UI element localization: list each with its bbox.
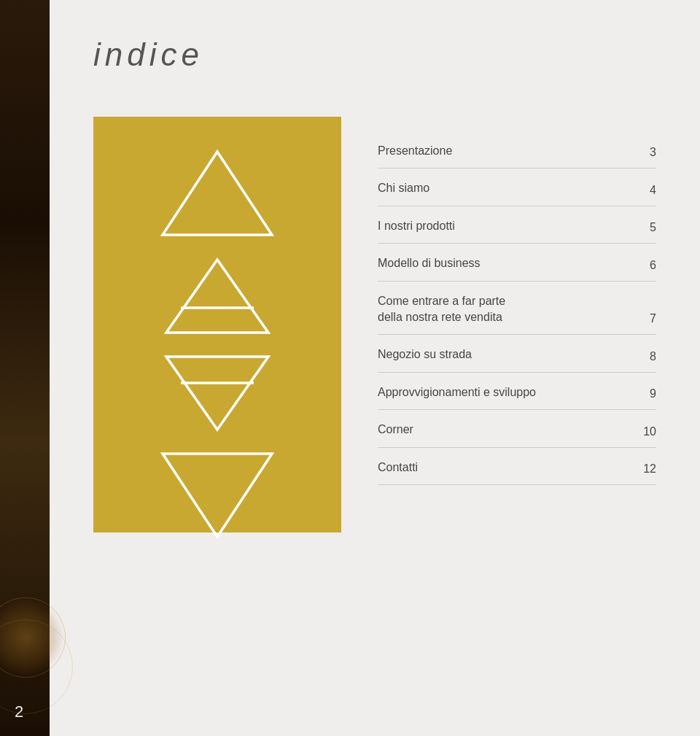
toc-label: Presentazione bbox=[378, 143, 627, 159]
toc-item: Modello di business 6 bbox=[378, 244, 656, 281]
toc-item: I nostri prodotti 5 bbox=[378, 206, 656, 244]
main-content: indice bbox=[50, 0, 700, 736]
sidebar bbox=[0, 0, 50, 736]
toc-label: Corner bbox=[378, 422, 627, 438]
toc-number: 5 bbox=[634, 221, 656, 234]
toc-number: 4 bbox=[634, 184, 656, 197]
toc-label: Come entrare a far partedella nostra ret… bbox=[378, 293, 627, 326]
triangle-1-icon bbox=[159, 146, 276, 241]
triangle-2-icon bbox=[163, 254, 272, 338]
toc-label: Approvvigionamenti e sviluppo bbox=[378, 384, 627, 400]
page-number: 2 bbox=[15, 702, 23, 721]
toc-item: Negozio su strada 8 bbox=[378, 335, 656, 372]
svg-marker-5 bbox=[163, 454, 272, 537]
toc-number: 7 bbox=[634, 312, 656, 325]
toc-label: Modello di business bbox=[378, 255, 627, 271]
toc-item: Come entrare a far partedella nostra ret… bbox=[378, 282, 656, 336]
toc-item: Corner 10 bbox=[378, 410, 656, 447]
toc-number: 10 bbox=[634, 425, 656, 438]
toc-number: 8 bbox=[634, 350, 656, 363]
content-row: Presentazione 3 Chi siamo 4 I nostri pro… bbox=[93, 117, 656, 532]
toc-number: 12 bbox=[634, 462, 656, 476]
toc-label: I nostri prodotti bbox=[378, 218, 627, 234]
toc-number: 9 bbox=[634, 387, 656, 400]
triangles-container bbox=[108, 146, 327, 543]
toc-label: Negozio su strada bbox=[378, 346, 627, 363]
toc-item: Approvvigionamenti e sviluppo 9 bbox=[378, 373, 656, 410]
toc-label: Contatti bbox=[378, 460, 627, 476]
toc-number: 6 bbox=[634, 259, 656, 272]
image-box bbox=[93, 117, 341, 532]
toc-item: Contatti 12 bbox=[378, 448, 656, 485]
toc-label: Chi siamo bbox=[378, 180, 627, 196]
svg-marker-1 bbox=[166, 260, 268, 333]
toc: Presentazione 3 Chi siamo 4 I nostri pro… bbox=[378, 117, 656, 485]
triangle-4-icon bbox=[159, 448, 276, 543]
triangle-3-icon bbox=[163, 351, 272, 435]
page-title: indice bbox=[93, 36, 656, 73]
svg-marker-3 bbox=[166, 357, 268, 430]
svg-marker-0 bbox=[163, 152, 272, 235]
toc-item: Chi siamo 4 bbox=[378, 168, 656, 206]
toc-number: 3 bbox=[634, 146, 656, 159]
toc-item: Presentazione 3 bbox=[378, 131, 656, 168]
